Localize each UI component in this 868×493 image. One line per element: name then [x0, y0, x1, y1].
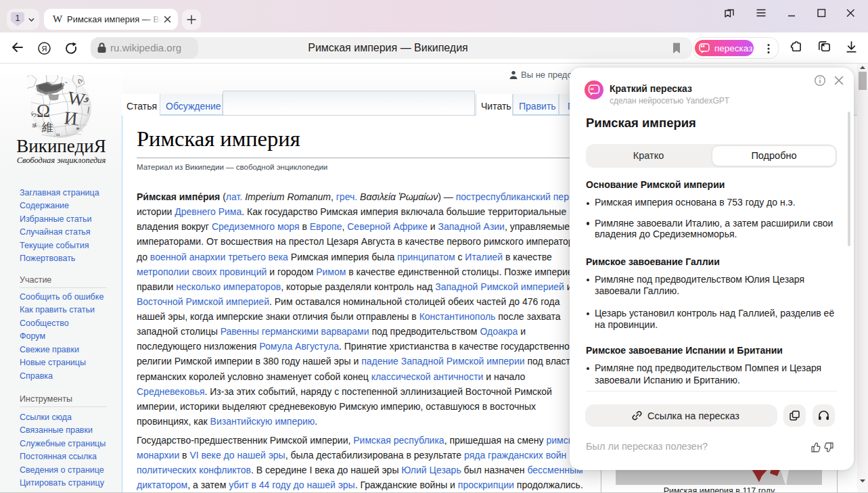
svg-text:“: “	[700, 43, 705, 53]
svg-text:維: 維	[41, 121, 53, 134]
svg-text:“: “	[590, 86, 594, 94]
svg-text:W: W	[66, 87, 87, 110]
svg-text:Ω: Ω	[37, 101, 50, 121]
svg-text:Я: Я	[41, 44, 47, 52]
